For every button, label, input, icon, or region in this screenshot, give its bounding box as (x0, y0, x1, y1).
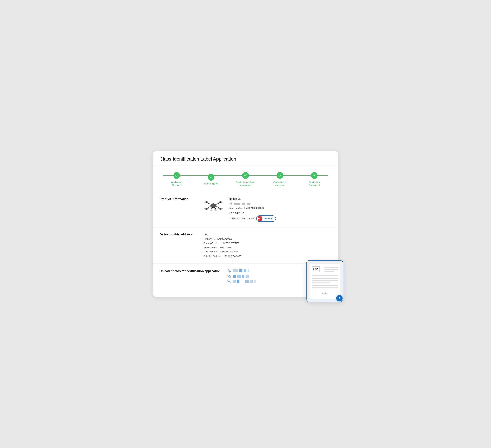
svg-point-10 (220, 201, 221, 203)
blur-3b (237, 280, 239, 283)
doc-line-1 (324, 267, 338, 268)
step-circle-approved (276, 172, 283, 179)
step-label-shipped: Label Shipped (204, 182, 218, 185)
doc-popup-card: C2 ∿∿ (306, 260, 343, 302)
blur-2b (237, 275, 241, 278)
product-label-type: Label Type: C2 (229, 211, 276, 215)
step-label-completed: Application Completed (304, 180, 324, 187)
blur-3c (246, 280, 248, 283)
pdf-icon: PDF (258, 216, 262, 221)
upload-row-1: 📎 (227, 269, 256, 273)
address-section: Deliver to this address BA Territory: 3–… (153, 227, 338, 264)
upload-section-label: Upload photos for certification applicat… (160, 269, 221, 273)
download-label: Download (263, 217, 273, 220)
svg-point-12 (220, 208, 221, 209)
page-title: Class Identification Label Application (160, 156, 331, 162)
step-circle-completed (311, 172, 318, 179)
product-content: Matrice 30 SN: Case Number: Cx2022120800… (203, 197, 276, 222)
step-shipped: Label Shipped (194, 174, 228, 185)
step-label-received: Application Received (167, 180, 187, 187)
step-uploaded: Application material was uploaded (228, 172, 263, 187)
address-name: BA (203, 233, 243, 236)
download-button[interactable]: PDF Download (256, 215, 276, 222)
upload-filename-2 (233, 275, 249, 278)
blur-3d (250, 280, 253, 283)
product-details: Matrice 30 SN: Case Number: Cx2022120800… (229, 197, 276, 222)
check-icon-uploaded (244, 174, 247, 177)
doc-line-9 (312, 287, 338, 288)
product-sn: SN: (229, 202, 276, 206)
address-details: BA Territory: 3– North America Country/R… (203, 233, 243, 258)
svg-point-9 (206, 201, 207, 203)
upload-filename-3 (233, 280, 256, 283)
sn-redacted-2 (242, 203, 245, 205)
main-card: Class Identification Label Application A… (153, 151, 338, 297)
doc-line-4 (312, 275, 338, 276)
check-icon-shipped (209, 176, 213, 179)
blur-2d (246, 275, 248, 278)
doc-signature-area: ∿∿ (312, 291, 338, 296)
step-label-uploaded: Application material was uploaded (235, 180, 256, 187)
svg-line-15 (211, 207, 212, 210)
doc-popup-inner: C2 ∿∿ (310, 264, 340, 299)
upload-section: Upload photos for certification applicat… (153, 264, 338, 297)
step-label-approved: Application is approved (270, 180, 290, 187)
address-country: Country/Region: UNITED STATES (203, 241, 243, 245)
doc-download-fab[interactable] (336, 295, 343, 301)
progress-section: Application Received Label Shipped Appli… (153, 165, 338, 192)
product-name: Matrice 30 (229, 197, 276, 200)
upload-area: 📎 📎 📎 (227, 269, 256, 283)
step-received: Application Received (160, 172, 194, 187)
step-completed: Application Completed (297, 172, 331, 187)
progress-track: Application Received Label Shipped Appli… (160, 172, 331, 187)
address-mobile: Mobile Phone: xxxxxxxxxx (203, 246, 243, 250)
upload-filename-1 (233, 269, 250, 272)
address-shipping: Shipping Address: 123,123,CA 90001 (203, 254, 243, 258)
drone-svg (203, 197, 224, 213)
blur-1a (233, 269, 238, 272)
step-circle-received (173, 172, 180, 179)
doc-line-6 (312, 280, 338, 281)
step-circle-shipped (208, 174, 215, 180)
blur-1c (244, 269, 246, 272)
address-territory: Territory: 3– North America (203, 237, 243, 241)
product-area: Matrice 30 SN: Case Number: Cx2022120800… (203, 197, 276, 222)
doc-line-7 (312, 282, 330, 283)
svg-line-16 (215, 207, 216, 210)
drone-image (203, 197, 224, 213)
step-approved: Application is approved (263, 172, 297, 187)
sn-redacted-3 (247, 203, 250, 205)
check-icon-received (175, 174, 178, 177)
blur-1b (239, 269, 243, 272)
check-icon-completed (313, 174, 316, 177)
doc-line-8 (312, 285, 338, 286)
upload-row-3: 📎 (227, 280, 256, 283)
svg-point-14 (213, 207, 214, 208)
clip-icon-1: 📎 (227, 269, 231, 273)
address-email: Email Address: xxxxxxx@dji.com (203, 250, 243, 254)
doc-signature: ∿∿ (322, 291, 328, 296)
doc-line-5 (312, 278, 338, 279)
svg-rect-19 (338, 299, 340, 299)
blur-3e (254, 280, 256, 283)
clip-icon-3: 📎 (227, 280, 231, 283)
title-bar: Class Identification Label Application (153, 151, 338, 165)
product-section-label: Product information (160, 197, 197, 201)
download-fab-icon (338, 297, 341, 300)
doc-c2-label: C2 (312, 266, 320, 272)
upload-row-2: 📎 (227, 274, 256, 278)
doc-lines-right (324, 266, 338, 272)
step-circle-uploaded (242, 172, 249, 179)
clip-icon-2: 📎 (227, 274, 231, 278)
product-section: Product information (153, 192, 338, 227)
blur-3a (233, 280, 236, 283)
blur-2c (243, 275, 245, 278)
blur-1d (247, 269, 249, 272)
doc-line-3 (324, 271, 334, 272)
check-icon-approved (278, 174, 282, 177)
product-cert-doc: C1 certification document: PDF Download (229, 215, 276, 222)
doc-line-2 (324, 269, 338, 270)
doc-popup-header: C2 (312, 266, 338, 273)
product-case-number: Case Number: Cx20221208000002 (229, 206, 276, 210)
sn-redacted-1 (234, 203, 240, 205)
